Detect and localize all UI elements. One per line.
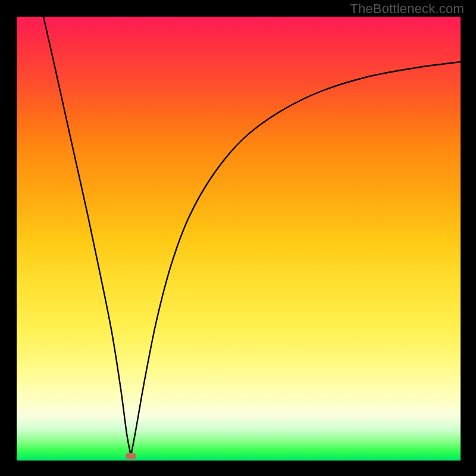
watermark-text: TheBottleneck.com — [350, 1, 464, 17]
curve-right-branch — [131, 62, 461, 456]
curve-left-branch — [43, 17, 131, 456]
curve-svg — [17, 17, 461, 461]
chart-plot-area — [17, 17, 461, 461]
minimum-marker — [126, 453, 136, 459]
